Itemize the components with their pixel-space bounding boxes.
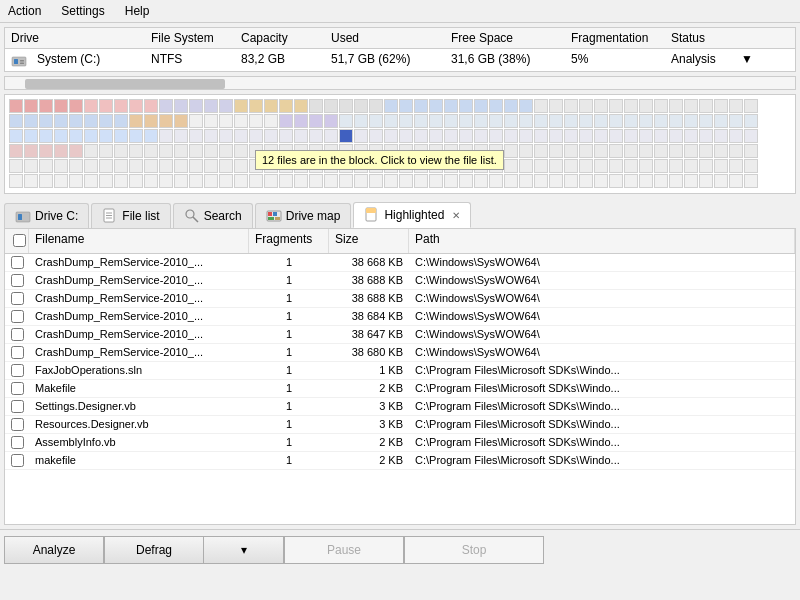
disk-cell[interactable]: [594, 129, 608, 143]
disk-cell[interactable]: [684, 159, 698, 173]
disk-cell[interactable]: [669, 114, 683, 128]
row-checkbox[interactable]: [11, 382, 24, 395]
row-checkbox[interactable]: [11, 328, 24, 341]
disk-cell[interactable]: [579, 174, 593, 188]
disk-cell[interactable]: [264, 174, 278, 188]
row-checkbox[interactable]: [11, 436, 24, 449]
disk-cell[interactable]: [669, 144, 683, 158]
disk-cell[interactable]: [144, 174, 158, 188]
disk-cell[interactable]: [459, 129, 473, 143]
disk-cell[interactable]: [549, 99, 563, 113]
disk-cell[interactable]: [234, 129, 248, 143]
disk-cell[interactable]: [594, 144, 608, 158]
disk-cell[interactable]: [54, 144, 68, 158]
disk-cell[interactable]: [54, 114, 68, 128]
disk-cell[interactable]: [84, 114, 98, 128]
disk-cell[interactable]: [324, 129, 338, 143]
disk-cell[interactable]: [669, 174, 683, 188]
disk-cell[interactable]: [519, 159, 533, 173]
disk-cell[interactable]: [279, 114, 293, 128]
disk-cell[interactable]: [39, 159, 53, 173]
disk-cell[interactable]: [294, 114, 308, 128]
row-checkbox[interactable]: [11, 454, 24, 467]
disk-cell[interactable]: [714, 129, 728, 143]
disk-cell[interactable]: [144, 114, 158, 128]
disk-cell[interactable]: [609, 99, 623, 113]
disk-cell[interactable]: [489, 114, 503, 128]
disk-cell[interactable]: [564, 114, 578, 128]
disk-cell[interactable]: [504, 174, 518, 188]
disk-cell[interactable]: [714, 174, 728, 188]
disk-cell[interactable]: [84, 144, 98, 158]
row-checkbox[interactable]: [11, 310, 24, 323]
tab-search[interactable]: Search: [173, 203, 253, 228]
disk-cell[interactable]: [654, 159, 668, 173]
disk-cell[interactable]: [444, 174, 458, 188]
disk-cell[interactable]: [684, 174, 698, 188]
disk-cell[interactable]: [204, 129, 218, 143]
col-fragments[interactable]: Fragments: [249, 229, 329, 253]
disk-cell[interactable]: [69, 114, 83, 128]
disk-cell[interactable]: [699, 174, 713, 188]
horizontal-scrollbar[interactable]: [4, 76, 796, 90]
disk-cell[interactable]: [204, 144, 218, 158]
disk-cell[interactable]: [39, 99, 53, 113]
disk-cell[interactable]: [609, 144, 623, 158]
disk-cell[interactable]: [294, 99, 308, 113]
disk-cell[interactable]: [309, 174, 323, 188]
disk-cell[interactable]: [564, 174, 578, 188]
disk-cell[interactable]: [39, 174, 53, 188]
disk-cell[interactable]: [84, 174, 98, 188]
disk-cell[interactable]: [699, 129, 713, 143]
disk-cell[interactable]: [39, 129, 53, 143]
disk-cell[interactable]: [294, 129, 308, 143]
disk-cell[interactable]: [414, 99, 428, 113]
disk-cell[interactable]: [99, 114, 113, 128]
disk-cell[interactable]: [534, 129, 548, 143]
disk-cell[interactable]: [219, 174, 233, 188]
table-row[interactable]: Settings.Designer.vb 1 3 KB C:\Program F…: [5, 398, 795, 416]
disk-cell[interactable]: [504, 99, 518, 113]
disk-cell[interactable]: [609, 114, 623, 128]
disk-cell[interactable]: [444, 129, 458, 143]
disk-cell[interactable]: [504, 144, 518, 158]
disk-cell[interactable]: [219, 99, 233, 113]
disk-cell[interactable]: [474, 99, 488, 113]
disk-cell[interactable]: [114, 144, 128, 158]
disk-cell[interactable]: [219, 129, 233, 143]
disk-cell[interactable]: [144, 159, 158, 173]
disk-cell[interactable]: [534, 114, 548, 128]
disk-cell[interactable]: [144, 99, 158, 113]
row-checkbox[interactable]: [11, 364, 24, 377]
disk-cell[interactable]: [24, 144, 38, 158]
disk-cell[interactable]: [114, 129, 128, 143]
disk-cell[interactable]: [444, 99, 458, 113]
disk-cell[interactable]: [474, 174, 488, 188]
disk-cell[interactable]: [384, 114, 398, 128]
disk-cell[interactable]: [309, 99, 323, 113]
disk-cell[interactable]: [189, 129, 203, 143]
disk-cell[interactable]: [639, 129, 653, 143]
disk-cell[interactable]: [159, 174, 173, 188]
disk-cell[interactable]: [279, 174, 293, 188]
tab-file-list[interactable]: File list: [91, 203, 170, 228]
row-checkbox[interactable]: [11, 400, 24, 413]
disk-cell[interactable]: [159, 114, 173, 128]
disk-cell[interactable]: [654, 114, 668, 128]
disk-cell[interactable]: [129, 159, 143, 173]
disk-cell[interactable]: [744, 159, 758, 173]
disk-cell[interactable]: [534, 99, 548, 113]
disk-cell[interactable]: [174, 99, 188, 113]
disk-cell[interactable]: [579, 99, 593, 113]
disk-cell[interactable]: [24, 129, 38, 143]
disk-cell[interactable]: [429, 129, 443, 143]
disk-cell[interactable]: [39, 144, 53, 158]
disk-cell[interactable]: [144, 129, 158, 143]
disk-cell[interactable]: [9, 99, 23, 113]
disk-cell[interactable]: [99, 159, 113, 173]
disk-cell[interactable]: [474, 114, 488, 128]
disk-cell[interactable]: [129, 114, 143, 128]
table-row[interactable]: CrashDump_RemService-2010_... 1 38 668 K…: [5, 254, 795, 272]
disk-cell[interactable]: [219, 159, 233, 173]
disk-cell[interactable]: [114, 174, 128, 188]
